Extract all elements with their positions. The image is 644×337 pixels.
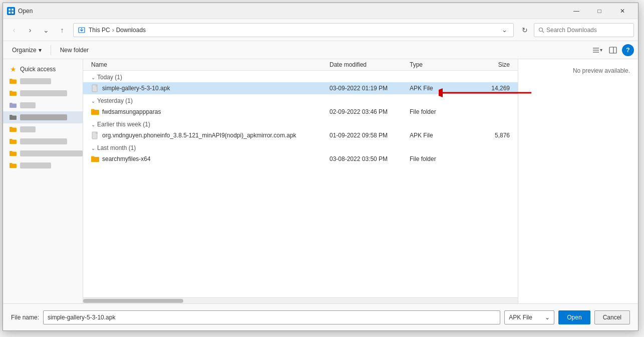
- column-size[interactable]: Size: [470, 61, 510, 68]
- organize-button[interactable]: Organize ▾: [7, 43, 47, 57]
- file-row-folder1[interactable]: fwdsamsungappparas 02-09-2022 03:46 PM F…: [83, 106, 518, 118]
- filetype-dropdown-arrow: ⌄: [545, 314, 550, 321]
- folder-file-icon-1: [91, 108, 99, 116]
- folder-file-icon-2: [91, 155, 99, 163]
- view-options-button[interactable]: ▾: [590, 43, 604, 57]
- apk-file-icon: [91, 84, 99, 92]
- file-type-apk2: APK File: [410, 132, 470, 139]
- file-name-cell-2: fwdsamsungappparas: [91, 108, 330, 116]
- list-view-icon: [592, 46, 600, 54]
- filename-row: File name: APK File ⌄ Open Cancel: [11, 310, 630, 324]
- address-bar[interactable]: This PC › Downloads ⌄: [73, 23, 514, 37]
- search-icon: [538, 27, 544, 33]
- up-button[interactable]: ↑: [55, 23, 69, 37]
- maximize-button[interactable]: □: [588, 3, 611, 19]
- column-type[interactable]: Type: [410, 61, 470, 68]
- filetype-value: APK File: [509, 314, 532, 321]
- sidebar-item-3[interactable]: ████: [3, 99, 83, 111]
- group-earlier-week[interactable]: ⌄ Earlier this week (1): [83, 118, 518, 129]
- app-icon: [7, 7, 15, 15]
- refresh-button[interactable]: ↻: [518, 23, 532, 37]
- svg-point-6: [539, 28, 543, 31]
- group-today-label: Today (1): [97, 74, 122, 81]
- sidebar-label-2: ████████████: [20, 90, 67, 96]
- sidebar-label-1: ████████: [20, 78, 51, 84]
- preview-icon: [609, 46, 617, 54]
- search-input[interactable]: [546, 27, 629, 34]
- folder-icon-7: [9, 149, 17, 157]
- preview-pane-button[interactable]: [606, 43, 620, 57]
- folder-icon-5: [9, 125, 17, 133]
- file-name-apk: simple-gallery-5-3-10.apk: [102, 85, 170, 92]
- new-folder-button[interactable]: New folder: [55, 43, 94, 57]
- file-type-apk: APK File: [410, 85, 470, 92]
- column-date[interactable]: Date modified: [330, 61, 410, 68]
- downloads-icon: [78, 26, 86, 34]
- sidebar-item-2[interactable]: ████████████: [3, 87, 83, 99]
- sidebar-label-7: ████████████████: [20, 150, 83, 156]
- group-yesterday[interactable]: ⌄ Yesterday (1): [83, 94, 518, 106]
- toolbar-right: ▾ ?: [590, 43, 634, 57]
- file-size-apk2: 5,876: [470, 132, 510, 139]
- file-date-folder2: 03-08-2022 03:50 PM: [330, 155, 410, 162]
- bottom-bar: File name: APK File ⌄ Open Cancel: [3, 303, 638, 330]
- open-button[interactable]: Open: [558, 310, 590, 324]
- sidebar-item-8[interactable]: ████████: [3, 159, 83, 172]
- file-row-apk2[interactable]: org.vndnguyen.phoneinfo_3.8.5-121_minAPI…: [83, 129, 518, 141]
- address-dropdown-button[interactable]: ⌄: [499, 25, 509, 35]
- breadcrumb-thispc[interactable]: This PC: [89, 27, 110, 34]
- svg-rect-16: [96, 132, 98, 134]
- sidebar-item-5[interactable]: ████: [3, 123, 83, 135]
- file-name-apk2: org.vndnguyen.phoneinfo_3.8.5-121_minAPI…: [102, 132, 296, 139]
- svg-rect-14: [96, 85, 98, 87]
- breadcrumb-sep1: ›: [112, 27, 114, 34]
- group-yesterday-label: Yesterday (1): [97, 97, 133, 104]
- file-date-apk2: 01-09-2022 09:58 PM: [330, 132, 410, 139]
- group-today[interactable]: ⌄ Today (1): [83, 71, 518, 82]
- file-name-cell-3: org.vndnguyen.phoneinfo_3.8.5-121_minAPI…: [91, 131, 330, 139]
- file-row-folder2[interactable]: searchmyfiles-x64 03-08-2022 03:50 PM Fi…: [83, 153, 518, 165]
- breadcrumb[interactable]: This PC › Downloads: [89, 27, 496, 34]
- file-name-folder1: fwdsamsungappparas: [102, 108, 161, 115]
- sidebar-item-selected[interactable]: ████████████: [3, 111, 83, 123]
- group-last-month[interactable]: ⌄ Last month (1): [83, 141, 518, 153]
- back-button[interactable]: ‹: [7, 23, 21, 37]
- file-row-apk[interactable]: simple-gallery-5-3-10.apk 03-09-2022 01:…: [83, 82, 518, 94]
- forward-button[interactable]: ›: [23, 23, 37, 37]
- minimize-button[interactable]: —: [565, 3, 588, 19]
- sidebar-item-1[interactable]: ████████: [3, 75, 83, 87]
- horizontal-scrollbar[interactable]: [83, 297, 518, 303]
- file-list-scroll[interactable]: ⌄ Today (1) simple-gallery-5-3-10.apk: [83, 71, 518, 297]
- no-preview-text: No preview available.: [573, 67, 630, 74]
- help-button[interactable]: ?: [622, 44, 634, 56]
- close-button[interactable]: ✕: [611, 3, 634, 19]
- folder-icon-6: [9, 137, 17, 145]
- sidebar-quick-access[interactable]: ★ Quick access: [3, 63, 83, 75]
- file-date-apk: 03-09-2022 01:19 PM: [330, 85, 410, 92]
- toolbar-separator: [51, 45, 51, 55]
- sidebar: ★ Quick access ████████ ████████████ ██: [3, 59, 83, 303]
- chevron-week: ⌄: [91, 122, 95, 127]
- sidebar-item-7[interactable]: ████████████████: [3, 147, 83, 159]
- apk-file-icon-2: [91, 131, 99, 139]
- filetype-dropdown[interactable]: APK File ⌄: [504, 310, 554, 324]
- dialog-title: Open: [18, 8, 565, 15]
- chevron-month: ⌄: [91, 145, 95, 151]
- main-area: ★ Quick access ████████ ████████████ ██: [3, 59, 638, 303]
- breadcrumb-downloads[interactable]: Downloads: [116, 27, 146, 34]
- search-box[interactable]: [534, 23, 634, 37]
- chevron-today: ⌄: [91, 75, 95, 80]
- filename-input[interactable]: [43, 310, 500, 324]
- folder-icon-8: [9, 161, 17, 170]
- recent-locations-button[interactable]: ⌄: [39, 23, 53, 37]
- sidebar-item-6[interactable]: ████████████: [3, 135, 83, 147]
- svg-rect-2: [9, 12, 11, 14]
- navigation-bar: ‹ › ⌄ ↑ This PC › Downloads ⌄ ↻: [3, 19, 638, 41]
- column-name[interactable]: Name: [91, 61, 330, 68]
- scrollbar-thumb[interactable]: [83, 299, 183, 303]
- folder-icon-4: [9, 113, 17, 121]
- file-name-label: File name:: [11, 314, 39, 321]
- cancel-button[interactable]: Cancel: [594, 310, 630, 324]
- window-controls: — □ ✕: [565, 3, 634, 19]
- svg-rect-3: [12, 12, 14, 14]
